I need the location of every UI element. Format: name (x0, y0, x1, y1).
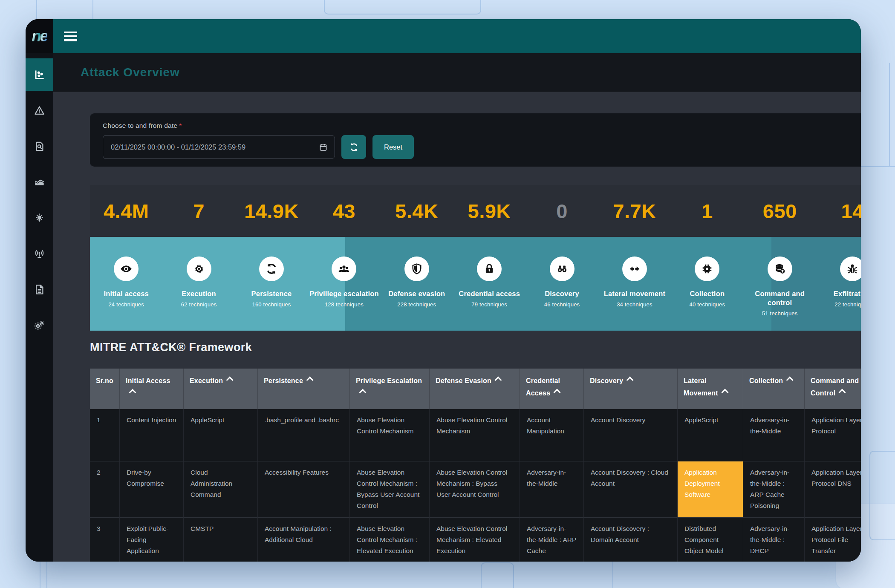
column-header-privilege-escalation[interactable]: Privilege Escalation (350, 369, 430, 409)
tactic-technique-count: 128 techniques (325, 301, 364, 308)
warning-triangle-icon (34, 105, 45, 116)
top-bar (53, 19, 861, 53)
column-header-command-and-control[interactable]: Command and Control (805, 369, 861, 409)
tactic-label: Lateral movement (604, 289, 665, 298)
tactic-technique-count: 51 techniques (762, 310, 798, 317)
tactic-exfiltration[interactable]: Exfiltration22 techniques (816, 237, 861, 331)
calendar-icon[interactable] (319, 143, 328, 152)
reset-button[interactable]: Reset (372, 135, 414, 159)
app-logo-text: ne (32, 27, 47, 45)
decorative-rectangle (481, 562, 514, 588)
app-logo: ne (26, 19, 53, 53)
tactic-label: Exfiltration (834, 289, 861, 298)
table-cell: Application Layer Protocol DNS (805, 461, 861, 518)
column-header-label: Defense Evasion (436, 377, 491, 384)
column-header-initial-access[interactable]: Initial Access (120, 369, 184, 409)
table-cell: Abuse Elevation Control Mechanism : Bypa… (350, 461, 430, 518)
column-header-label: Execution (190, 377, 223, 384)
table-cell: Drive-by Compromise (120, 461, 184, 518)
table-cell: .bash_profile and .bashrc (258, 409, 350, 461)
stat-value: 14 (816, 199, 861, 223)
date-range-input[interactable]: 02/11/2025 00:00:00 - 01/12/2025 23:59:5… (103, 135, 335, 159)
table-row-number: 1 (90, 409, 120, 461)
sidebar-item-network-activity[interactable] (26, 236, 53, 271)
tactic-credential-access[interactable]: Credential access79 techniques (453, 237, 525, 331)
app-window: ne Attack Overview Choose to and from da… (26, 19, 861, 562)
table-cell: Application Deployment Software (678, 461, 743, 518)
sidebar-item-alerts[interactable] (26, 92, 53, 128)
tactic-label: Persistence (251, 289, 292, 298)
tactic-technique-count: 24 techniques (108, 301, 144, 308)
column-header-execution[interactable]: Execution (184, 369, 258, 409)
column-header-label: Command and Control (811, 377, 859, 397)
page-title: Attack Overview (81, 66, 180, 79)
tactic-label: Credential access (459, 289, 520, 298)
sort-caret-up-icon (306, 377, 314, 384)
sidebar-item-insights[interactable] (26, 200, 53, 236)
table-cell: Application Layer Protocol (805, 409, 861, 461)
tactic-execution[interactable]: Execution62 techniques (162, 237, 235, 331)
tactic-initial-access[interactable]: Initial access24 techniques (90, 237, 162, 331)
column-header-label: Discovery (590, 377, 623, 384)
column-header-label: Sr.no (96, 377, 113, 384)
lateral-arrows-icon (622, 257, 647, 281)
table-cell: Cloud Administration Command (184, 461, 258, 518)
tactic-technique-count: 22 techniques (834, 301, 861, 308)
column-header-credential-access[interactable]: Credential Access (520, 369, 584, 409)
table-cell: Abuse Elevation Control Mechanism (350, 409, 430, 461)
padlock-icon (477, 257, 502, 281)
tactic-label: Command and control (744, 289, 816, 307)
column-header-lateral-movement[interactable]: Lateral Movement (678, 369, 743, 409)
user-group-icon (332, 257, 356, 281)
tactic-lateral-movement[interactable]: Lateral movement34 techniques (598, 237, 671, 331)
sidebar-item-attack-overview[interactable] (26, 58, 53, 91)
column-header-persistence[interactable]: Persistence (258, 369, 350, 409)
sort-caret-up-icon (226, 377, 234, 384)
menu-button[interactable] (64, 32, 77, 41)
table-cell: Abuse Elevation Control Mechanism (430, 409, 520, 461)
stat-value: 650 (744, 199, 816, 223)
decorative-rectangle (324, 0, 481, 14)
tactic-label: Collection (690, 289, 725, 298)
table-cell: Abuse Elevation Control Mechanism : Elev… (430, 518, 520, 562)
tactic-command-and-control[interactable]: Command and control51 techniques (744, 237, 816, 331)
table-row-number: 2 (90, 461, 120, 518)
column-header-sr-no[interactable]: Sr.no (90, 369, 120, 409)
refresh-button[interactable] (341, 135, 366, 159)
table-cell: Account Discovery (584, 409, 678, 461)
database-upload-icon (768, 257, 792, 281)
decorative-line (889, 63, 890, 166)
tactic-discovery[interactable]: Discovery46 techniques (525, 237, 598, 331)
tactic-technique-count: 79 techniques (471, 301, 507, 308)
sidebar-item-trends[interactable] (26, 164, 53, 200)
column-header-label: Persistence (264, 377, 303, 384)
refresh-icon (349, 142, 359, 152)
tactic-technique-count: 40 techniques (690, 301, 725, 308)
date-filter-label: Choose to and from date* (90, 113, 861, 130)
tactic-technique-count: 46 techniques (544, 301, 580, 308)
table-cell: Adversary-in-the-Middle (743, 409, 805, 461)
tactic-label: Initial access (104, 289, 149, 298)
main-content: Choose to and from date* 02/11/2025 00:0… (53, 92, 861, 562)
stat-value: 0 (525, 199, 598, 223)
column-header-collection[interactable]: Collection (743, 369, 805, 409)
table-cell: CMSTP (184, 518, 258, 562)
refresh-arrows-icon (259, 257, 284, 281)
sidebar-item-reports[interactable] (26, 271, 53, 307)
document-search-icon (34, 141, 45, 152)
bar-chart-icon (34, 69, 45, 81)
tactic-defense-evasion[interactable]: Defense evasion228 techniques (381, 237, 453, 331)
shield-icon (404, 257, 429, 281)
sidebar-item-log-search[interactable] (26, 128, 53, 164)
tactic-privillege-escalation[interactable]: Privillege escalation128 techniques (308, 237, 380, 331)
sidebar-item-settings[interactable] (26, 307, 53, 343)
tactic-technique-count: 34 techniques (617, 301, 652, 308)
tactic-label: Privillege escalation (309, 289, 379, 298)
tactic-persistence[interactable]: Persistence160 techniques (235, 237, 308, 331)
tactic-collection[interactable]: Collection40 techniques (671, 237, 743, 331)
column-header-defense-evasion[interactable]: Defense Evasion (430, 369, 520, 409)
column-header-discovery[interactable]: Discovery (584, 369, 678, 409)
tactics-band: Initial access24 techniquesExecution62 t… (90, 237, 861, 331)
sidebar-nav (26, 53, 53, 343)
tactic-technique-count: 228 techniques (397, 301, 436, 308)
